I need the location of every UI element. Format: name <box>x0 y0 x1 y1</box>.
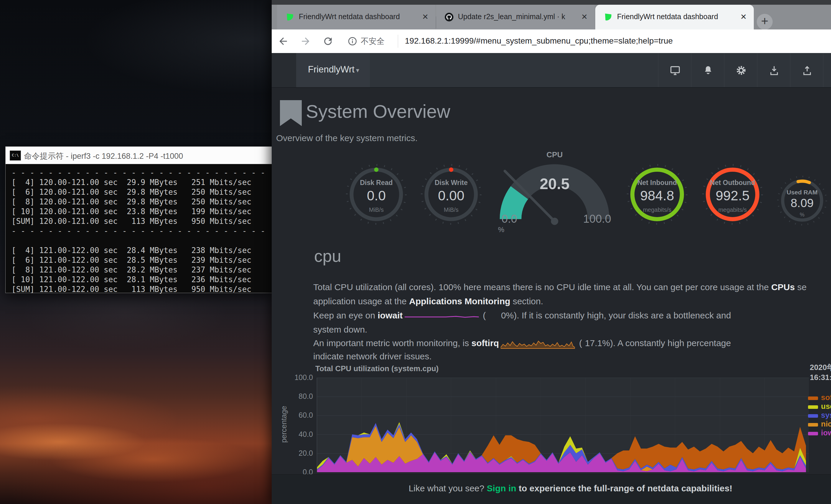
gauge-status-dot <box>374 168 379 172</box>
gauge-title: Disk Read <box>345 179 407 187</box>
page-subtitle: Overview of the key system metrics. <box>276 133 418 143</box>
legend-swatch-icon <box>808 432 818 435</box>
description-line: application usage at the Applications Mo… <box>313 296 543 306</box>
softirq-sparkline <box>501 338 575 349</box>
navbar-settings-button[interactable] <box>724 53 757 87</box>
gauge-status-dot <box>449 168 454 172</box>
cpu-section-description: Total CPU utilization (all cores). 100% … <box>313 282 831 370</box>
gauge-value: 20.5 <box>493 175 617 192</box>
disk-write-gauge[interactable]: Disk Write 0.00 MiB/s <box>420 164 482 225</box>
legend-item-iowait[interactable]: iowait <box>808 429 831 438</box>
reload-button[interactable] <box>322 36 334 47</box>
legend-swatch-icon <box>808 414 818 418</box>
disk-read-gauge[interactable]: Disk Read 0.0 MiB/s <box>345 164 407 225</box>
url-field[interactable]: 192.168.2.1:19999/#menu_system_submenu_c… <box>405 36 673 46</box>
tab-label: FriendlyWrt netdata dashboard <box>617 12 734 21</box>
gauge-title: Disk Write <box>420 179 482 187</box>
legend-label: nice <box>821 419 831 428</box>
netdata-favicon-icon <box>285 12 295 22</box>
security-label[interactable]: 不安全 <box>361 36 384 47</box>
legend-label: iowait <box>821 428 831 437</box>
legend-swatch-icon <box>808 396 818 400</box>
sign-in-link[interactable]: Sign in <box>487 483 516 493</box>
legend-label: system <box>821 411 831 419</box>
net-inbound-gauge[interactable]: Net Inbound 984.8 megabits/s <box>626 164 688 225</box>
tab-close-icon[interactable]: ✕ <box>740 12 747 22</box>
description-line: system down. <box>313 325 367 335</box>
legend-item-user[interactable]: user <box>808 403 831 411</box>
terminal-title-bar[interactable]: C:\ 命令提示符 - iperf3 -c 192.168.1.2 -P4 -t… <box>6 147 272 164</box>
net-outbound-gauge[interactable]: Net Outbound 992.5 megabits/s <box>701 164 764 225</box>
gauge-unit: megabits/s <box>701 207 764 213</box>
screen: C:\ 命令提示符 - iperf3 -c 192.168.1.2 -P4 -t… <box>0 0 831 504</box>
gauge-unit: % <box>498 226 504 234</box>
tab-github[interactable]: Update r2s_lean_minimal.yml · k ✕ <box>436 5 595 29</box>
navbar-extra-cell <box>823 53 831 87</box>
tab-close-icon[interactable]: ✕ <box>422 12 428 22</box>
cmd-icon: C:\ <box>10 150 21 160</box>
banner-text: Like what you see? <box>409 483 487 493</box>
gauge-title: Net Inbound <box>626 179 688 187</box>
github-favicon-icon <box>445 12 454 22</box>
legend-item-nice[interactable]: nice <box>808 420 831 429</box>
gauge-value: 0.0 <box>345 188 407 204</box>
terminal-output[interactable]: - - - - - - - - - - - - - - - - - - - - … <box>11 168 265 294</box>
signin-banner: Like what you see? Sign in to experience… <box>272 483 831 494</box>
terminal-title: 命令提示符 - iperf3 -c 192.168.1.2 -P4 -t1000 <box>24 151 183 161</box>
navbar-export-button[interactable] <box>790 53 823 87</box>
gauge-min: 0.0 <box>502 213 517 225</box>
description-line: Keep an eye on iowait(0%). If it is cons… <box>313 310 731 321</box>
gauge-title: Used RAM <box>776 189 828 196</box>
tab-close-icon[interactable]: ✕ <box>581 12 588 22</box>
y-axis-tick: 100.0 <box>289 373 313 382</box>
dashboard-navbar: FriendlyWrt ▾ <box>272 53 831 88</box>
chart-date-time: 16:31:2 <box>810 372 831 382</box>
description-line: indicate network driver issues. <box>313 351 432 361</box>
gauge-title: Net Outbound <box>701 179 764 187</box>
gauge-value: 8.09 <box>776 197 828 210</box>
chart-date-day: 2020年3 <box>810 362 831 372</box>
chart-title: Total CPU utilization (system.cpu) <box>315 364 438 373</box>
gauge-unit: MiB/s <box>345 207 407 213</box>
navbar-left-cap <box>272 53 296 87</box>
gauge-value: 984.8 <box>626 188 688 204</box>
new-tab-button[interactable]: + <box>757 14 773 30</box>
legend-item-system[interactable]: system <box>808 411 831 420</box>
legend-item-softirq[interactable]: softirq <box>808 393 831 403</box>
page-title: System Overview <box>306 101 450 122</box>
cpu-utilization-chart[interactable] <box>317 378 809 472</box>
browser-toolbar: 不安全 192.168.2.1:19999/#menu_system_subme… <box>272 29 831 53</box>
gauge-unit: MiB/s <box>420 207 482 213</box>
navbar-import-button[interactable] <box>757 53 790 87</box>
tab-label: Update r2s_lean_minimal.yml · k <box>458 12 575 21</box>
y-axis-tick: 60.0 <box>289 411 313 419</box>
used-ram-gauge[interactable]: Used RAM 8.09 % <box>776 175 828 227</box>
section-title-cpu: cpu <box>314 246 341 266</box>
back-button[interactable] <box>278 36 289 47</box>
gauge-value: 992.5 <box>701 188 764 204</box>
chart-date: 2020年3 16:31:2 <box>810 362 831 382</box>
host-selector-dropdown[interactable]: FriendlyWrt ▾ <box>296 53 370 87</box>
chevron-down-icon: ▾ <box>356 66 359 74</box>
y-axis-tick: 20.0 <box>289 449 313 457</box>
y-axis-tick: 40.0 <box>289 430 313 439</box>
description-line: Total CPU utilization (all cores). 100% … <box>313 282 806 292</box>
chart-legend: softirqusersystemniceiowait <box>808 393 831 438</box>
command-prompt-window[interactable]: C:\ 命令提示符 - iperf3 -c 192.168.1.2 -P4 -t… <box>5 146 272 293</box>
legend-swatch-icon <box>808 405 818 409</box>
forward-button[interactable] <box>300 36 311 47</box>
y-axis-label: percentage <box>280 395 288 454</box>
gauge-value: 0.00 <box>420 188 482 204</box>
browser-window: FriendlyWrt netdata dashboard ✕ Update r… <box>272 0 831 504</box>
gauge-unit: % <box>776 212 828 218</box>
cpu-gauge[interactable]: CPU 20.5 0.0 100.0 % <box>493 150 617 239</box>
site-info-icon[interactable] <box>348 36 357 46</box>
navbar-print-button[interactable] <box>658 53 691 87</box>
y-axis-tick: 80.0 <box>289 392 313 401</box>
tab-netdata-active[interactable]: FriendlyWrt netdata dashboard ✕ <box>595 5 754 29</box>
legend-label: softirq <box>821 393 831 402</box>
window-frame[interactable] <box>272 0 831 5</box>
gauge-max: 100.0 <box>583 213 611 225</box>
tab-netdata-1[interactable]: FriendlyWrt netdata dashboard ✕ <box>277 5 435 29</box>
navbar-alarms-button[interactable] <box>691 53 724 87</box>
